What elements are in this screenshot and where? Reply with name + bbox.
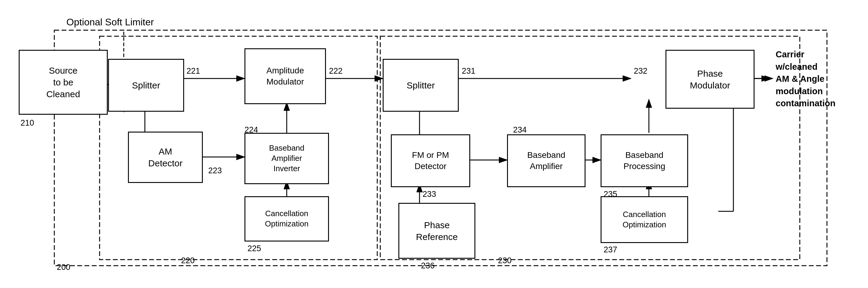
label-233: 233 — [423, 190, 436, 199]
soft-limiter-label: Optional Soft Limiter — [66, 17, 154, 28]
baseband-amp2-number: 234 — [513, 125, 527, 135]
cancellation-opt1-block: Cancellation Optimization — [245, 196, 329, 241]
label-232: 232 — [634, 66, 647, 76]
splitter2-block: Splitter — [383, 59, 459, 112]
label-223: 223 — [208, 166, 222, 175]
source-number: 210 — [21, 118, 34, 128]
baseband-processing-block: Baseband Processing — [600, 134, 688, 187]
label-231: 231 — [462, 66, 475, 76]
label-220: 220 — [181, 256, 195, 265]
fm-pm-detector-block: FM or PM Detector — [391, 134, 470, 187]
splitter1-block: Splitter — [108, 59, 184, 112]
cancellation-opt2-block: Cancellation Optimization — [600, 196, 688, 243]
phase-modulator-block: Phase Modulator — [665, 50, 754, 109]
baseband-amp-inv-block: Baseband Amplifier Inverter — [245, 133, 329, 184]
diagram-container: Optional Soft Limiter Source to be Clean… — [0, 0, 868, 288]
amplitude-modulator-block: Amplitude Modulator — [245, 48, 326, 104]
phase-reference-number: 236 — [421, 261, 435, 270]
label-221: 221 — [187, 66, 200, 76]
phase-reference-block: Phase Reference — [398, 203, 475, 259]
label-222: 222 — [329, 66, 343, 76]
am-detector-block: AM Detector — [128, 132, 203, 183]
source-block: Source to be Cleaned — [19, 50, 108, 115]
baseband-amp2-block: Baseband Amplifier — [507, 134, 586, 187]
cancellation-opt1-number: 225 — [247, 244, 261, 253]
output-label: Carrierw/cleanedAM & Anglemodulationcont… — [776, 48, 835, 110]
label-200: 200 — [57, 263, 70, 272]
label-230: 230 — [498, 256, 512, 265]
baseband-amp-inv-number: 224 — [245, 125, 258, 135]
cancellation-opt2-number: 237 — [603, 245, 617, 255]
